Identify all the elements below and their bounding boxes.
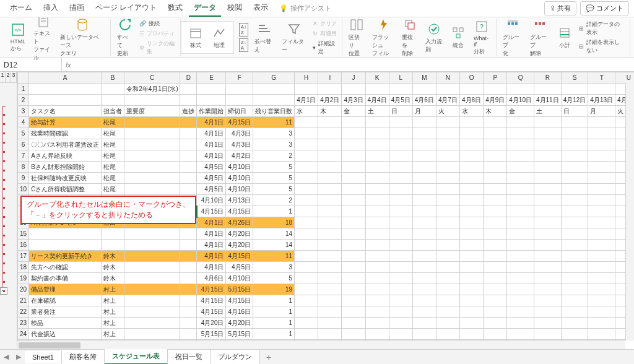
cell[interactable] [507, 173, 534, 184]
cell[interactable] [484, 262, 507, 273]
cell[interactable] [484, 206, 507, 217]
cell[interactable] [460, 329, 484, 340]
cell[interactable] [365, 228, 389, 240]
cell[interactable]: 村上 [102, 318, 124, 329]
cell[interactable] [365, 217, 389, 228]
cell[interactable]: 5月15日 [226, 284, 253, 295]
cell[interactable] [365, 251, 389, 262]
cell[interactable] [389, 329, 412, 340]
cell[interactable] [295, 162, 318, 173]
cell[interactable]: 18 [253, 217, 295, 228]
cell[interactable] [561, 228, 588, 240]
cell[interactable]: 4月10日 [507, 95, 534, 106]
cell[interactable] [507, 117, 534, 128]
row-header[interactable]: 8 [18, 162, 29, 173]
cell[interactable] [460, 162, 484, 173]
col-header[interactable]: F [226, 72, 253, 84]
cell[interactable]: 鈴木 [102, 262, 124, 273]
hide-detail-button[interactable]: ⊟詳細を表示しない [578, 38, 626, 55]
cell[interactable] [507, 240, 534, 251]
cell[interactable] [295, 217, 318, 228]
cell[interactable]: Cさん所得税額調整 [29, 184, 102, 195]
cell[interactable] [389, 284, 412, 295]
cell[interactable]: 4月15日 [197, 284, 226, 295]
cell[interactable] [588, 251, 615, 262]
cell[interactable] [412, 139, 436, 150]
cell[interactable] [484, 306, 507, 318]
cell[interactable] [365, 84, 389, 95]
cell[interactable] [484, 251, 507, 262]
advanced-filter-button[interactable]: ▾詳細設定 [311, 39, 338, 56]
cell[interactable] [588, 117, 615, 128]
cell[interactable] [484, 284, 507, 295]
cell[interactable] [561, 117, 588, 128]
cell[interactable]: 5 [253, 162, 295, 173]
cell[interactable] [295, 117, 318, 128]
cell[interactable]: 4月15日 [226, 117, 253, 128]
cell[interactable]: 4月15日 [197, 295, 226, 306]
cell[interactable]: 4月5日 [197, 173, 226, 184]
cell[interactable]: 4月3日 [226, 139, 253, 150]
cell[interactable] [412, 217, 436, 228]
cell[interactable] [436, 162, 459, 173]
cell[interactable] [295, 195, 318, 206]
cell[interactable] [389, 128, 412, 139]
col-header[interactable]: Q [507, 72, 534, 84]
cell[interactable] [460, 273, 484, 284]
cell[interactable] [180, 273, 197, 284]
cell[interactable] [561, 329, 588, 340]
cell[interactable]: 松尾 [102, 117, 124, 128]
row-header[interactable]: 23 [18, 318, 29, 329]
cell[interactable] [197, 95, 226, 106]
row-header[interactable]: 17 [18, 251, 29, 262]
cell[interactable] [342, 240, 365, 251]
col-header[interactable]: A [29, 72, 102, 84]
cell[interactable] [412, 329, 436, 340]
cell[interactable] [365, 128, 389, 139]
cell[interactable] [226, 84, 253, 95]
col-header[interactable]: U [615, 72, 634, 84]
cell[interactable] [124, 150, 180, 162]
cell[interactable] [389, 228, 412, 240]
tab-draw[interactable]: 描画 [64, 0, 89, 17]
cell[interactable] [365, 162, 389, 173]
cell[interactable] [389, 195, 412, 206]
cell[interactable] [507, 139, 534, 150]
cell[interactable] [365, 329, 389, 340]
cell[interactable] [460, 284, 484, 295]
row-header[interactable]: 18 [18, 262, 29, 273]
cell[interactable] [460, 150, 484, 162]
cell[interactable] [180, 240, 197, 251]
cell[interactable] [295, 184, 318, 195]
cell[interactable]: 4月3日 [342, 95, 365, 106]
cell[interactable] [389, 295, 412, 306]
cell[interactable] [295, 139, 318, 150]
cell[interactable] [561, 240, 588, 251]
cell[interactable]: 4月5日 [197, 162, 226, 173]
cell[interactable] [460, 117, 484, 128]
cell[interactable] [389, 206, 412, 217]
cell[interactable] [342, 84, 365, 95]
cell[interactable] [342, 262, 365, 273]
cell[interactable] [561, 273, 588, 284]
cell[interactable]: 4月15日 [197, 206, 226, 217]
cell[interactable]: 1 [253, 206, 295, 217]
cell[interactable] [412, 206, 436, 217]
cell[interactable] [534, 251, 561, 262]
cell[interactable] [180, 284, 197, 295]
cell[interactable]: 締切日 [226, 106, 253, 117]
cell[interactable] [534, 217, 561, 228]
cell[interactable] [180, 318, 197, 329]
cell[interactable] [29, 228, 102, 240]
cell[interactable] [365, 117, 389, 128]
cell[interactable]: 進捗 [180, 106, 197, 117]
cell[interactable] [389, 262, 412, 273]
cell[interactable] [460, 139, 484, 150]
cell[interactable] [365, 150, 389, 162]
cell[interactable] [460, 217, 484, 228]
cell[interactable] [534, 295, 561, 306]
cell[interactable] [460, 318, 484, 329]
cell[interactable] [484, 128, 507, 139]
cell[interactable] [534, 228, 561, 240]
cell[interactable]: 金 [507, 106, 534, 117]
